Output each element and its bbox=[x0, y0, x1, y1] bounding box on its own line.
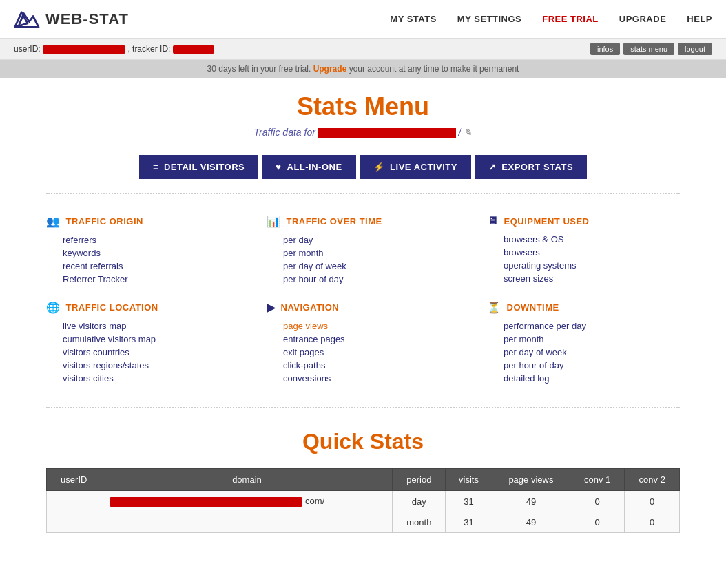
link-conversions[interactable]: conversions bbox=[283, 373, 331, 384]
logo-icon bbox=[14, 7, 41, 31]
logo-area: WEB-STAT bbox=[14, 7, 129, 31]
list-item: keywords bbox=[63, 248, 239, 258]
section-icon-downtime: ⏳ bbox=[487, 301, 501, 314]
link-referrers[interactable]: referrers bbox=[63, 235, 96, 245]
section-title-text-traffic-origin: TRAFFIC ORIGIN bbox=[66, 216, 143, 227]
list-item: per day of week bbox=[283, 261, 459, 271]
list-item: per day of week bbox=[504, 347, 680, 357]
link-per-hour-of-day[interactable]: per hour of day bbox=[504, 360, 563, 370]
section-title-text-equipment-used: EQUIPMENT USED bbox=[504, 216, 590, 227]
link-click-paths[interactable]: click-paths bbox=[283, 360, 325, 370]
nav-free-trial[interactable]: FREE TRIAL bbox=[542, 14, 599, 24]
row2-pageviews: 49 bbox=[492, 512, 570, 532]
live-activity-icon: ⚡ bbox=[373, 162, 385, 172]
col-page-views: page views bbox=[492, 469, 570, 491]
link-per-day[interactable]: per day bbox=[283, 235, 313, 245]
quick-stats-title: Quick Stats bbox=[46, 429, 680, 454]
section-traffic-origin: 👥TRAFFIC ORIGINreferrerskeywordsrecent r… bbox=[46, 215, 239, 287]
link-visitors-countries[interactable]: visitors countries bbox=[63, 347, 129, 357]
live-activity-button[interactable]: ⚡ LIVE ACTIVITY bbox=[360, 155, 471, 179]
nav-my-stats[interactable]: MY STATS bbox=[390, 14, 437, 24]
table-header-row: userID domain period visits page views c… bbox=[47, 469, 680, 491]
col-userid: userID bbox=[47, 469, 101, 491]
section-title-text-traffic-over-time: TRAFFIC OVER TIME bbox=[287, 216, 382, 227]
detail-visitors-button[interactable]: ≡ DETAIL VISITORS bbox=[139, 155, 258, 179]
edit-icon[interactable]: ✎ bbox=[464, 127, 472, 138]
table-row: month 31 49 0 0 bbox=[47, 512, 680, 532]
row1-conv1: 0 bbox=[570, 491, 625, 512]
link-live-visitors-map[interactable]: live visitors map bbox=[63, 321, 126, 331]
link-screen-sizes[interactable]: screen sizes bbox=[504, 273, 553, 284]
link-per-day-of-week[interactable]: per day of week bbox=[283, 261, 346, 271]
row1-pageviews: 49 bbox=[492, 491, 570, 512]
list-item: per month bbox=[283, 248, 459, 258]
section-equipment-used: 🖥EQUIPMENT USEDbrowsers & OSbrowsersoper… bbox=[487, 215, 680, 287]
trial-message-after: your account at any time to make it perm… bbox=[349, 64, 519, 74]
link-performance-per-day[interactable]: performance per day bbox=[504, 321, 586, 331]
row2-visits: 31 bbox=[446, 512, 492, 532]
link-browsers[interactable]: browsers bbox=[504, 247, 540, 258]
detail-visitors-label: DETAIL VISITORS bbox=[164, 162, 245, 172]
main-content: Stats Menu Traffic data for / ✎ ≡ DETAIL… bbox=[32, 78, 694, 547]
list-item: cumulative visitors map bbox=[63, 334, 239, 344]
row1-domain-suffix: com/ bbox=[305, 496, 324, 506]
upgrade-link[interactable]: Upgrade bbox=[313, 64, 347, 74]
section-traffic-over-time: 📊TRAFFIC OVER TIMEper dayper monthper da… bbox=[267, 215, 459, 287]
link-per-month[interactable]: per month bbox=[504, 334, 544, 344]
list-item: conversions bbox=[283, 373, 459, 384]
list-item: recent referrals bbox=[63, 261, 239, 271]
list-item: visitors cities bbox=[63, 373, 239, 384]
link-per-hour-of-day[interactable]: per hour of day bbox=[283, 274, 343, 284]
link-page-views[interactable]: page views bbox=[283, 321, 328, 331]
infos-button[interactable]: infos bbox=[590, 43, 620, 55]
list-item: screen sizes bbox=[504, 273, 680, 284]
row1-period: day bbox=[393, 491, 446, 512]
link-entrance-pages[interactable]: entrance pages bbox=[283, 334, 345, 344]
link-browsers-&-os[interactable]: browsers & OS bbox=[504, 234, 563, 244]
row2-period: month bbox=[393, 512, 446, 532]
list-item: live visitors map bbox=[63, 321, 239, 331]
section-icon-traffic-over-time: 📊 bbox=[267, 215, 281, 228]
nav-upgrade[interactable]: UPGRADE bbox=[619, 14, 667, 24]
section-links-traffic-location: live visitors mapcumulative visitors map… bbox=[46, 321, 239, 384]
link-cumulative-visitors-map[interactable]: cumulative visitors map bbox=[63, 334, 156, 344]
list-item: click-paths bbox=[283, 360, 459, 370]
section-icon-equipment-used: 🖥 bbox=[487, 215, 499, 227]
list-item: performance per day bbox=[504, 321, 680, 331]
nav-help[interactable]: HELP bbox=[687, 14, 712, 24]
section-title-navigation: ▶NAVIGATION bbox=[267, 301, 459, 314]
link-recent-referrals[interactable]: recent referrals bbox=[63, 261, 123, 271]
user-info: userID: , tracker ID: bbox=[14, 44, 214, 54]
link-exit-pages[interactable]: exit pages bbox=[283, 347, 324, 357]
link-operating-systems[interactable]: operating systems bbox=[504, 260, 577, 271]
row1-domain-redacted bbox=[110, 497, 302, 507]
logout-button[interactable]: logout bbox=[678, 43, 712, 55]
link-per-day-of-week[interactable]: per day of week bbox=[504, 347, 567, 357]
list-item: entrance pages bbox=[283, 334, 459, 344]
link-per-month[interactable]: per month bbox=[283, 248, 324, 258]
subtitle-after: / bbox=[459, 127, 461, 138]
top-nav: WEB-STAT MY STATS MY SETTINGS FREE TRIAL… bbox=[0, 0, 726, 39]
link-visitors-regions/states[interactable]: visitors regions/states bbox=[63, 360, 149, 370]
export-stats-button[interactable]: ↗ EXPORT STATS bbox=[475, 155, 587, 179]
all-in-one-icon: ♥ bbox=[276, 162, 281, 172]
tracker-label: , tracker ID: bbox=[127, 44, 170, 54]
main-nav: MY STATS MY SETTINGS FREE TRIAL UPGRADE … bbox=[390, 14, 712, 24]
list-item: operating systems bbox=[504, 260, 680, 271]
nav-my-settings[interactable]: MY SETTINGS bbox=[457, 14, 521, 24]
stats-menu-button[interactable]: stats menu bbox=[623, 43, 674, 55]
section-downtime: ⏳DOWNTIMEperformance per dayper monthper… bbox=[487, 301, 680, 386]
link-keywords[interactable]: keywords bbox=[63, 248, 101, 258]
page-title: Stats Menu bbox=[46, 92, 680, 121]
link-detailed-log[interactable]: detailed log bbox=[504, 373, 550, 384]
row2-conv2: 0 bbox=[625, 512, 680, 532]
row2-conv1: 0 bbox=[570, 512, 625, 532]
all-in-one-button[interactable]: ♥ ALL-IN-ONE bbox=[262, 155, 355, 179]
link-visitors-cities[interactable]: visitors cities bbox=[63, 373, 114, 384]
section-title-text-traffic-location: TRAFFIC LOCATION bbox=[66, 302, 158, 313]
col-period: period bbox=[393, 469, 446, 491]
section-title-traffic-over-time: 📊TRAFFIC OVER TIME bbox=[267, 215, 459, 228]
link-referrer-tracker[interactable]: Referrer Tracker bbox=[63, 274, 128, 284]
subtitle-before: Traffic data for bbox=[254, 127, 315, 138]
section-title-traffic-origin: 👥TRAFFIC ORIGIN bbox=[46, 215, 239, 228]
